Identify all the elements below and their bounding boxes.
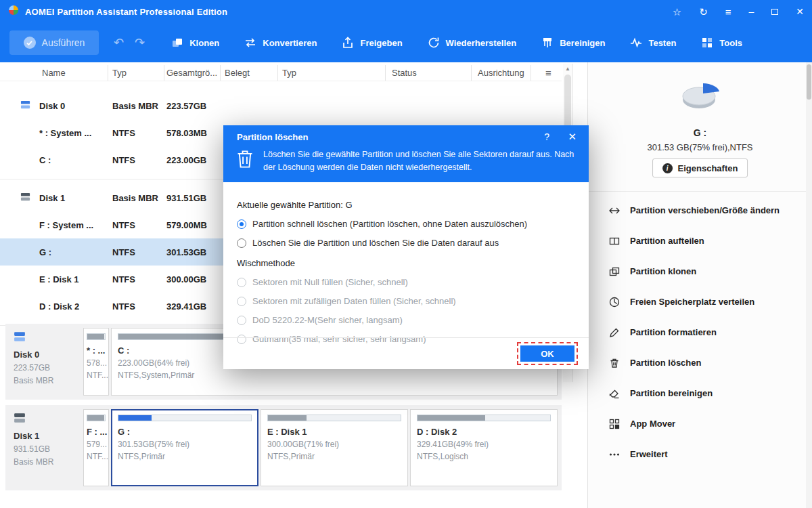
partition-name: E : Disk 1 (267, 427, 401, 437)
window-scrollbar[interactable] (806, 62, 812, 508)
sidebar-item-advanced[interactable]: Erweitert (588, 439, 805, 469)
sidebar-divider (588, 191, 812, 192)
disk-icon (20, 100, 30, 112)
row-type: NTFS (108, 128, 164, 138)
toolbar-item-restore[interactable]: Wiederherstellen (427, 36, 517, 49)
disk-size: 931.51GB (14, 444, 80, 454)
properties-button[interactable]: i Eigenschaften (652, 158, 748, 177)
favorite-star-icon[interactable]: ☆ (673, 7, 681, 17)
column-header-total-size[interactable]: Gesamtgrö... (164, 65, 221, 81)
disk0-info-card[interactable]: Disk 0 223.57GB Basis MBR (9, 328, 81, 396)
toolbar-label: Klonen (189, 38, 219, 48)
refresh-icon[interactable]: ↻ (699, 7, 708, 17)
disk-size: 223.57GB (14, 363, 80, 373)
toolbar-item-tools[interactable]: Tools (700, 36, 742, 49)
partition-card-g-selected[interactable]: G : 301.53GB(75% frei) NTFS,Primär (111, 409, 258, 486)
radio-selected-icon[interactable] (237, 219, 246, 229)
toolbar-item-convert[interactable]: Konvertieren (244, 36, 317, 49)
radio-unselected-icon[interactable] (237, 238, 246, 248)
scroll-up-arrow-icon[interactable]: ▲ (563, 64, 572, 73)
hamburger-menu-icon[interactable]: ≡ (725, 7, 731, 17)
menu-label: Partition verschieben/Größe ändern (630, 205, 780, 215)
toolbar-item-test[interactable]: Testen (629, 36, 676, 49)
sidebar-item-app-mover[interactable]: App Mover (588, 408, 805, 439)
column-header-type2[interactable]: Typ (278, 65, 386, 81)
sidebar-item-clone[interactable]: Partition klonen (588, 256, 805, 287)
option-label: Partition schnell löschen (Partition lös… (252, 219, 527, 229)
help-icon[interactable]: ? (544, 131, 549, 142)
toolbar-item-clean[interactable]: Bereinigen (541, 36, 605, 49)
capacity-bar (417, 415, 551, 421)
menu-label: App Mover (630, 419, 675, 429)
column-header-used[interactable]: Belegt (221, 65, 278, 81)
option-delete-and-wipe[interactable]: Löschen Sie die Partition und löschen Si… (237, 238, 575, 248)
sidebar-item-distribute-free-space[interactable]: Freien Speicherplatz verteilen (588, 287, 805, 317)
disk1-info-card[interactable]: Disk 1 931.51GB Basis MBR (9, 409, 81, 486)
table-header: Name Typ Gesamtgrö... Belegt Typ Status … (0, 65, 562, 81)
sidebar-menu: Partition verschieben/Größe ändern Parti… (588, 195, 805, 469)
toolbar-item-clone[interactable]: Klonen (171, 36, 219, 49)
apply-label: Ausführen (42, 37, 85, 48)
dialog-body: Aktuelle gewählte Partition: G Partition… (223, 182, 589, 344)
clone-partition-icon (608, 266, 621, 278)
partition-name: * : ... (87, 345, 106, 356)
maximize-button[interactable] (771, 7, 778, 16)
table-row-disk0[interactable]: Disk 0 Basis MBR 223.57GB (0, 92, 562, 119)
sidebar-item-delete[interactable]: Partition löschen (588, 347, 805, 378)
row-size: 578.03MB (164, 128, 221, 138)
info-icon: i (662, 163, 673, 173)
apply-button[interactable]: Ausführen (9, 30, 99, 55)
row-size: 301.53GB (164, 247, 221, 257)
check-circle-icon (24, 37, 36, 49)
minimize-button[interactable]: – (748, 7, 754, 16)
disk-icon (14, 333, 26, 345)
redo-icon[interactable]: ↷ (135, 35, 145, 50)
wipe-method-zero-fill: Sektoren mit Null füllen (Sicher, schnel… (237, 277, 575, 287)
toolbar-item-share[interactable]: Freigeben (341, 36, 402, 49)
option-label: Sektoren mit zufälligen Daten füllen (Si… (252, 296, 456, 306)
row-name: C : (0, 155, 108, 165)
column-header-type[interactable]: Typ (108, 65, 164, 81)
tools-icon (700, 36, 714, 49)
row-name-text: E : Disk 1 (39, 274, 79, 284)
partition-card-d[interactable]: D : Disk 2 329.41GB(49% frei) NTFS,Logis… (410, 409, 558, 486)
current-partition-label: Aktuelle gewählte Partition: G (237, 200, 575, 210)
row-name-text: * : System ... (39, 128, 91, 138)
undo-icon[interactable]: ↶ (114, 35, 124, 50)
row-name-text: F : System ... (39, 220, 93, 230)
sidebar-item-wipe[interactable]: Partition bereinigen (588, 378, 805, 408)
properties-label: Eigenschaften (678, 163, 738, 173)
column-header-name[interactable]: Name (0, 65, 108, 81)
row-size: 329.41GB (164, 301, 221, 312)
column-settings-icon[interactable]: ≡ (531, 65, 562, 81)
row-name-text: Disk 0 (39, 101, 65, 111)
column-header-alignment[interactable]: Ausrichtung (472, 65, 531, 81)
radio-disabled-icon (237, 278, 246, 287)
partition-card-f[interactable]: F : ... 579... NTF... (83, 409, 109, 486)
ellipsis-icon (608, 448, 621, 461)
row-name: F : System ... (0, 220, 108, 230)
row-size: 300.00GB (164, 274, 221, 284)
sidebar-item-move-resize[interactable]: Partition verschieben/Größe ändern (588, 195, 805, 226)
window-scrollbar-thumb[interactable] (807, 64, 811, 100)
dialog-close-icon[interactable]: ✕ (568, 131, 577, 143)
row-type: Basis MBR (108, 193, 164, 203)
toolbar-label: Konvertieren (263, 38, 317, 48)
ok-button[interactable]: OK (520, 345, 574, 362)
partition-fs: NTFS,System,Primär (118, 371, 551, 380)
dialog-header: Partition löschen ? ✕ Löschen Sie die ge… (223, 125, 589, 182)
sidebar-item-format[interactable]: Partition formatieren (588, 317, 805, 347)
sidebar-item-split[interactable]: Partition aufteilen (588, 226, 805, 256)
partition-card-e[interactable]: E : Disk 1 300.00GB(71% frei) NTFS,Primä… (261, 409, 408, 486)
partition-fs: NTF... (87, 452, 106, 461)
column-header-status[interactable]: Status (386, 65, 472, 81)
option-quick-delete[interactable]: Partition schnell löschen (Partition lös… (237, 219, 575, 229)
titlebar-controls: ☆ ↻ ≡ – ✕ (673, 7, 804, 17)
option-label: Sektoren mit Null füllen (Sicher, schnel… (252, 277, 408, 287)
dialog-title: Partition löschen (237, 132, 308, 142)
menu-label: Partition bereinigen (630, 388, 713, 398)
disk1-map: Disk 1 931.51GB Basis MBR F : ... 579...… (5, 405, 562, 490)
close-button[interactable]: ✕ (796, 7, 804, 16)
partition-card-system[interactable]: * : ... 578... NTF... (83, 328, 109, 396)
toolbar-items: Klonen Konvertieren Freigeben Wiederhers… (171, 36, 742, 49)
